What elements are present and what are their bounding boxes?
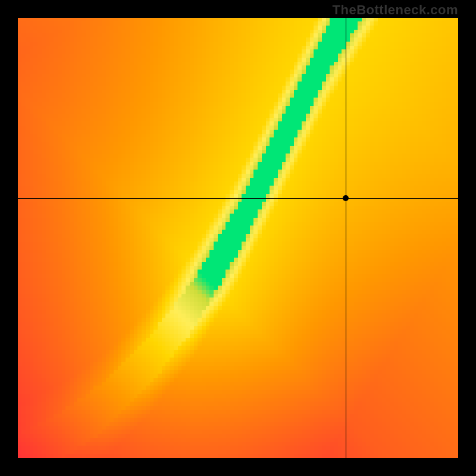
chart-frame: TheBottleneck.com xyxy=(0,0,476,476)
watermark-text: TheBottleneck.com xyxy=(333,2,458,18)
crosshair-vertical xyxy=(346,18,346,458)
heatmap-plot xyxy=(18,18,458,458)
crosshair-horizontal xyxy=(18,198,458,199)
heatmap-canvas xyxy=(18,18,458,458)
marker-dot xyxy=(343,195,349,201)
